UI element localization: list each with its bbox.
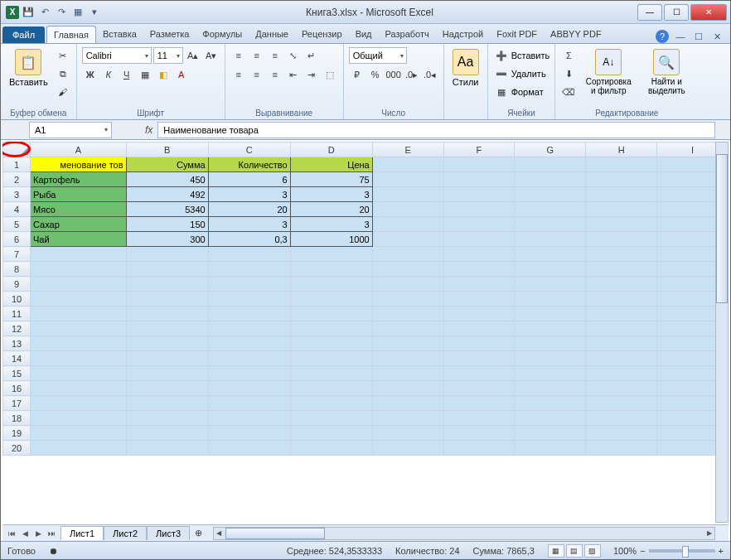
cell-F20[interactable] bbox=[443, 441, 515, 456]
cell-C13[interactable] bbox=[208, 336, 290, 351]
col-header-D[interactable]: D bbox=[290, 142, 372, 157]
row-header-18[interactable]: 18 bbox=[3, 411, 31, 426]
row-header-8[interactable]: 8 bbox=[3, 262, 31, 277]
row-header-12[interactable]: 12 bbox=[3, 321, 31, 336]
row-header-4[interactable]: 4 bbox=[3, 202, 31, 217]
cell-C2[interactable]: 6 bbox=[208, 172, 290, 187]
bold-button[interactable]: Ж bbox=[82, 66, 99, 83]
ribbon-tab-8[interactable]: Надстрой bbox=[436, 26, 490, 43]
cell-A16[interactable] bbox=[31, 381, 127, 396]
cell-D9[interactable] bbox=[290, 277, 372, 292]
merge-icon[interactable]: ⬚ bbox=[322, 66, 338, 83]
cell-A8[interactable] bbox=[31, 262, 127, 277]
cell-A2[interactable]: Картофель bbox=[31, 172, 127, 187]
row-header-14[interactable]: 14 bbox=[3, 351, 31, 366]
ribbon-tab-10[interactable]: ABBYY PDF bbox=[544, 26, 608, 43]
cell-G13[interactable] bbox=[515, 336, 586, 351]
percent-icon[interactable]: % bbox=[367, 66, 384, 83]
cell-D14[interactable] bbox=[290, 351, 372, 366]
cell-H20[interactable] bbox=[586, 441, 657, 456]
cell-G16[interactable] bbox=[515, 381, 586, 396]
cell-B10[interactable] bbox=[126, 292, 208, 307]
row-header-11[interactable]: 11 bbox=[3, 307, 31, 321]
cell-H11[interactable] bbox=[586, 307, 657, 321]
zoom-level[interactable]: 100% bbox=[613, 546, 637, 556]
cell-E2[interactable] bbox=[372, 172, 443, 187]
page-break-icon[interactable]: ▧ bbox=[584, 544, 601, 558]
redo-icon[interactable]: ↷ bbox=[54, 5, 69, 20]
page-layout-icon[interactable]: ▤ bbox=[566, 544, 583, 558]
cell-E7[interactable] bbox=[372, 247, 443, 262]
cell-D17[interactable] bbox=[290, 396, 372, 411]
ribbon-tab-7[interactable]: Разработч bbox=[379, 26, 436, 43]
cell-H9[interactable] bbox=[586, 277, 657, 292]
cell-C15[interactable] bbox=[208, 366, 290, 381]
underline-button[interactable]: Ч bbox=[119, 66, 135, 83]
cell-C19[interactable] bbox=[208, 426, 290, 441]
doc-close-icon[interactable]: ✕ bbox=[710, 30, 724, 43]
cell-A15[interactable] bbox=[31, 366, 127, 381]
row-header-15[interactable]: 15 bbox=[3, 366, 31, 381]
cell-F10[interactable] bbox=[443, 292, 515, 307]
cell-D7[interactable] bbox=[290, 247, 372, 262]
cell-D20[interactable] bbox=[290, 441, 372, 456]
cell-E6[interactable] bbox=[372, 232, 443, 247]
currency-icon[interactable]: ₽ bbox=[349, 66, 366, 83]
new-sheet-icon[interactable]: ⊕ bbox=[190, 525, 206, 542]
cell-H12[interactable] bbox=[586, 321, 657, 336]
cell-C3[interactable]: 3 bbox=[208, 187, 290, 202]
cell-D16[interactable] bbox=[290, 381, 372, 396]
cell-H3[interactable] bbox=[586, 187, 657, 202]
cell-E19[interactable] bbox=[372, 426, 443, 441]
row-header-2[interactable]: 2 bbox=[3, 172, 31, 187]
qat-dropdown-icon[interactable]: ▾ bbox=[87, 5, 102, 20]
cell-H18[interactable] bbox=[586, 411, 657, 426]
number-format-combo[interactable]: Общий bbox=[349, 47, 407, 64]
increase-indent-icon[interactable]: ⇥ bbox=[303, 66, 320, 83]
decrease-decimal-icon[interactable]: .0◂ bbox=[422, 66, 438, 83]
col-header-F[interactable]: F bbox=[443, 142, 515, 157]
cell-H5[interactable] bbox=[586, 217, 657, 232]
cell-G2[interactable] bbox=[515, 172, 586, 187]
cell-B2[interactable]: 450 bbox=[126, 172, 208, 187]
col-header-H[interactable]: H bbox=[586, 142, 657, 157]
row-header-13[interactable]: 13 bbox=[3, 336, 31, 351]
cell-E11[interactable] bbox=[372, 307, 443, 321]
cell-H1[interactable] bbox=[586, 157, 657, 172]
row-header-10[interactable]: 10 bbox=[3, 292, 31, 307]
cell-D10[interactable] bbox=[290, 292, 372, 307]
align-bottom-icon[interactable]: ≡ bbox=[267, 47, 283, 64]
clear-icon[interactable]: ⌫ bbox=[560, 84, 577, 100]
ribbon-tab-3[interactable]: Формулы bbox=[196, 26, 249, 43]
horizontal-scrollbar[interactable] bbox=[213, 527, 715, 540]
cell-B18[interactable] bbox=[126, 411, 208, 426]
align-right-icon[interactable]: ≡ bbox=[267, 66, 283, 83]
col-header-G[interactable]: G bbox=[515, 142, 586, 157]
qat-more-icon[interactable]: ▦ bbox=[70, 5, 85, 20]
comma-icon[interactable]: 000 bbox=[385, 66, 402, 83]
insert-cells-button[interactable]: ➕Вставить bbox=[493, 47, 550, 64]
cell-A14[interactable] bbox=[31, 351, 127, 366]
cell-F5[interactable] bbox=[443, 217, 515, 232]
cell-C17[interactable] bbox=[208, 396, 290, 411]
cell-E15[interactable] bbox=[372, 366, 443, 381]
cell-E17[interactable] bbox=[372, 396, 443, 411]
row-header-6[interactable]: 6 bbox=[3, 232, 31, 247]
cell-C12[interactable] bbox=[208, 321, 290, 336]
cell-A5[interactable]: Сахар bbox=[31, 217, 127, 232]
cell-H8[interactable] bbox=[586, 262, 657, 277]
cell-F12[interactable] bbox=[443, 321, 515, 336]
cell-D1[interactable]: Цена bbox=[290, 157, 372, 172]
cell-D13[interactable] bbox=[290, 336, 372, 351]
cell-G12[interactable] bbox=[515, 321, 586, 336]
cell-C1[interactable]: Количество bbox=[208, 157, 290, 172]
cell-B13[interactable] bbox=[126, 336, 208, 351]
cell-A13[interactable] bbox=[31, 336, 127, 351]
cell-H6[interactable] bbox=[586, 232, 657, 247]
zoom-in-icon[interactable]: + bbox=[719, 546, 724, 556]
cell-D11[interactable] bbox=[290, 307, 372, 321]
cell-F7[interactable] bbox=[443, 247, 515, 262]
worksheet-grid[interactable]: ABCDEFGHI1менование товСуммаКоличествоЦе… bbox=[2, 142, 729, 523]
cell-A17[interactable] bbox=[31, 396, 127, 411]
sheet-tab-1[interactable]: Лист2 bbox=[104, 526, 147, 540]
